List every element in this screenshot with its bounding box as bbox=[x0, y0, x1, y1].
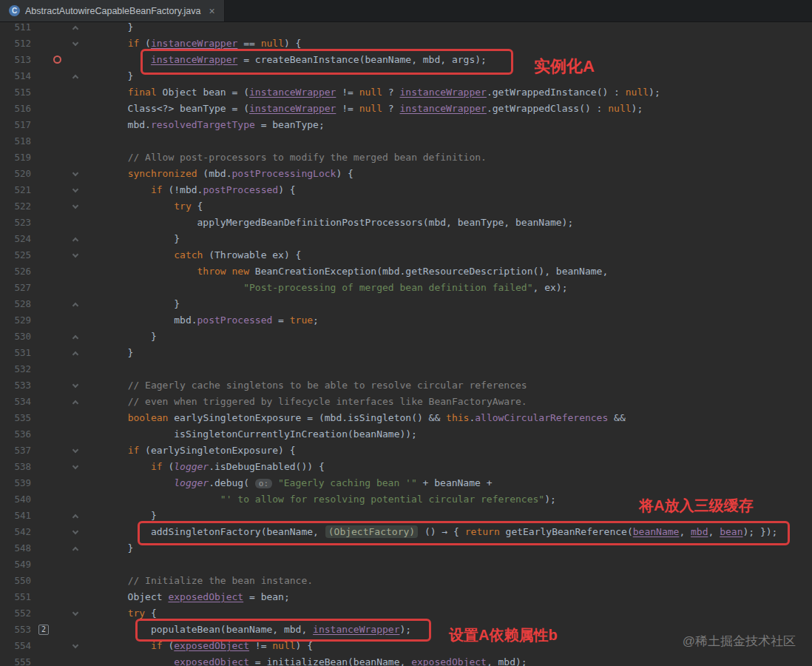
gutter-cell[interactable]: 519 bbox=[0, 149, 81, 166]
gutter-cell[interactable]: 551 bbox=[0, 589, 81, 605]
code-line[interactable]: 527 "Post-processing of merged bean defi… bbox=[0, 280, 812, 296]
gutter-cell[interactable]: 515 bbox=[0, 84, 81, 101]
code-line[interactable]: 511 } bbox=[0, 22, 812, 36]
gutter-cell[interactable]: 542 bbox=[0, 524, 81, 540]
code-line[interactable]: 517 mbd.resolvedTargetType = beanType; bbox=[0, 117, 812, 133]
gutter-cell[interactable]: 534 bbox=[0, 394, 81, 410]
code-line[interactable]: 530 } bbox=[0, 329, 812, 345]
code-line[interactable]: 542 addSingletonFactory(beanName, (Objec… bbox=[0, 524, 812, 540]
gutter-cell[interactable]: 525 bbox=[0, 247, 81, 263]
code-line[interactable]: 525 catch (Throwable ex) { bbox=[0, 247, 812, 263]
code-line[interactable]: 537 if (earlySingletonExposure) { bbox=[0, 443, 812, 459]
gutter-cell[interactable]: 555 bbox=[0, 654, 81, 666]
gutter-cell[interactable]: 530 bbox=[0, 329, 81, 345]
gutter-cell[interactable]: 526 bbox=[0, 263, 81, 280]
gutter-cell[interactable]: 511 bbox=[0, 22, 81, 36]
gutter-cell[interactable]: 535 bbox=[0, 410, 81, 426]
fold-marker-icon[interactable] bbox=[72, 75, 78, 81]
fold-marker-icon[interactable] bbox=[72, 400, 78, 406]
gutter-cell[interactable]: 537 bbox=[0, 443, 81, 459]
fold-marker-icon[interactable] bbox=[72, 238, 78, 243]
tab-file[interactable]: C AbstractAutowireCapableBeanFactory.jav… bbox=[0, 0, 225, 21]
gutter-cell[interactable]: 5532 bbox=[0, 622, 81, 638]
gutter-cell[interactable]: 531 bbox=[0, 345, 81, 361]
code-line[interactable]: 534 // even when triggered by lifecycle … bbox=[0, 394, 812, 410]
code-line[interactable]: 548 } bbox=[0, 540, 812, 556]
code-line[interactable]: 526 throw new BeanCreationException(mbd.… bbox=[0, 263, 812, 280]
fold-marker-icon[interactable] bbox=[72, 642, 78, 648]
fold-marker-icon[interactable] bbox=[72, 514, 78, 520]
code-line[interactable]: 514 } bbox=[0, 68, 812, 84]
fold-marker-icon[interactable] bbox=[72, 382, 78, 388]
gutter-cell[interactable]: 512 bbox=[0, 36, 81, 52]
code-line[interactable]: 538 if (logger.isDebugEnabled()) { bbox=[0, 459, 812, 475]
bookmark-icon[interactable]: 2 bbox=[38, 625, 49, 635]
gutter-cell[interactable]: 549 bbox=[0, 556, 81, 573]
code-line[interactable]: 528 } bbox=[0, 296, 812, 312]
gutter-cell[interactable]: 539 bbox=[0, 475, 81, 491]
code-line[interactable]: 513 instanceWrapper = createBeanInstance… bbox=[0, 52, 812, 68]
gutter-cell[interactable]: 516 bbox=[0, 101, 81, 117]
code-line[interactable]: 529 mbd.postProcessed = true; bbox=[0, 312, 812, 329]
gutter-cell[interactable]: 536 bbox=[0, 426, 81, 443]
fold-marker-icon[interactable] bbox=[72, 203, 78, 209]
gutter-cell[interactable]: 521 bbox=[0, 182, 81, 198]
code-line[interactable]: 531 } bbox=[0, 345, 812, 361]
code-line[interactable]: 512 if (instanceWrapper == null) { bbox=[0, 36, 812, 52]
gutter-cell[interactable]: 550 bbox=[0, 573, 81, 589]
close-icon[interactable]: × bbox=[209, 5, 214, 17]
code-line[interactable]: 551 Object exposedObject = bean; bbox=[0, 589, 812, 605]
code-line[interactable]: 549 bbox=[0, 556, 812, 573]
code-editor[interactable]: 511 }512 if (instanceWrapper == null) {5… bbox=[0, 22, 812, 666]
fold-marker-icon[interactable] bbox=[72, 252, 78, 258]
gutter-cell[interactable]: 538 bbox=[0, 459, 81, 475]
gutter-cell[interactable]: 520 bbox=[0, 166, 81, 182]
gutter-cell[interactable]: 523 bbox=[0, 215, 81, 231]
fold-marker-icon[interactable] bbox=[72, 463, 78, 469]
fold-marker-icon[interactable] bbox=[72, 610, 78, 616]
code-line[interactable]: 524 } bbox=[0, 231, 812, 247]
gutter-cell[interactable]: 533 bbox=[0, 377, 81, 394]
fold-marker-icon[interactable] bbox=[72, 528, 78, 534]
code-line[interactable]: 519 // Allow post-processors to modify t… bbox=[0, 149, 812, 166]
gutter-cell[interactable]: 554 bbox=[0, 638, 81, 654]
gutter-cell[interactable]: 540 bbox=[0, 491, 81, 508]
gutter-cell[interactable]: 532 bbox=[0, 361, 81, 377]
code-line[interactable]: 523 applyMergedBeanDefinitionPostProcess… bbox=[0, 215, 812, 231]
gutter-cell[interactable]: 552 bbox=[0, 605, 81, 622]
fold-marker-icon[interactable] bbox=[72, 26, 78, 32]
code-line[interactable]: 520 synchronized (mbd.postProcessingLock… bbox=[0, 166, 812, 182]
code-line[interactable]: 539 logger.debug( o: "Eagerly caching be… bbox=[0, 475, 812, 491]
code-line[interactable]: 518 bbox=[0, 133, 812, 149]
code-line[interactable]: 522 try { bbox=[0, 198, 812, 215]
gutter-cell[interactable]: 518 bbox=[0, 133, 81, 149]
code-line[interactable]: 555 exposedObject = initializeBean(beanN… bbox=[0, 654, 812, 666]
gutter-cell[interactable]: 541 bbox=[0, 508, 81, 524]
gutter-cell[interactable]: 527 bbox=[0, 280, 81, 296]
code-line[interactable]: 533 // Eagerly cache singletons to be ab… bbox=[0, 377, 812, 394]
fold-marker-icon[interactable] bbox=[72, 547, 78, 553]
gutter-cell[interactable]: 524 bbox=[0, 231, 81, 247]
fold-marker-icon[interactable] bbox=[72, 170, 78, 176]
fold-marker-icon[interactable] bbox=[72, 186, 78, 192]
gutter-cell[interactable]: 522 bbox=[0, 198, 81, 215]
gutter-cell[interactable]: 514 bbox=[0, 68, 81, 84]
breakpoint-icon[interactable] bbox=[53, 56, 61, 64]
gutter-cell[interactable]: 548 bbox=[0, 540, 81, 556]
gutter-cell[interactable]: 529 bbox=[0, 312, 81, 329]
fold-marker-icon[interactable] bbox=[72, 303, 78, 309]
code-line[interactable]: 536 isSingletonCurrentlyInCreation(beanN… bbox=[0, 426, 812, 443]
code-line[interactable]: 550 // Initialize the bean instance. bbox=[0, 573, 812, 589]
fold-marker-icon[interactable] bbox=[72, 40, 78, 46]
code-line[interactable]: 521 if (!mbd.postProcessed) { bbox=[0, 182, 812, 198]
code-line[interactable]: 515 final Object bean = (instanceWrapper… bbox=[0, 84, 812, 101]
fold-marker-icon[interactable] bbox=[72, 335, 78, 341]
gutter-cell[interactable]: 517 bbox=[0, 117, 81, 133]
code-line[interactable]: 552 try { bbox=[0, 605, 812, 622]
fold-marker-icon[interactable] bbox=[72, 447, 78, 453]
code-line[interactable]: 535 boolean earlySingletonExposure = (mb… bbox=[0, 410, 812, 426]
fold-marker-icon[interactable] bbox=[72, 352, 78, 357]
gutter-cell[interactable]: 513 bbox=[0, 52, 81, 68]
code-line[interactable]: 516 Class<?> beanType = (instanceWrapper… bbox=[0, 101, 812, 117]
gutter-cell[interactable]: 528 bbox=[0, 296, 81, 312]
